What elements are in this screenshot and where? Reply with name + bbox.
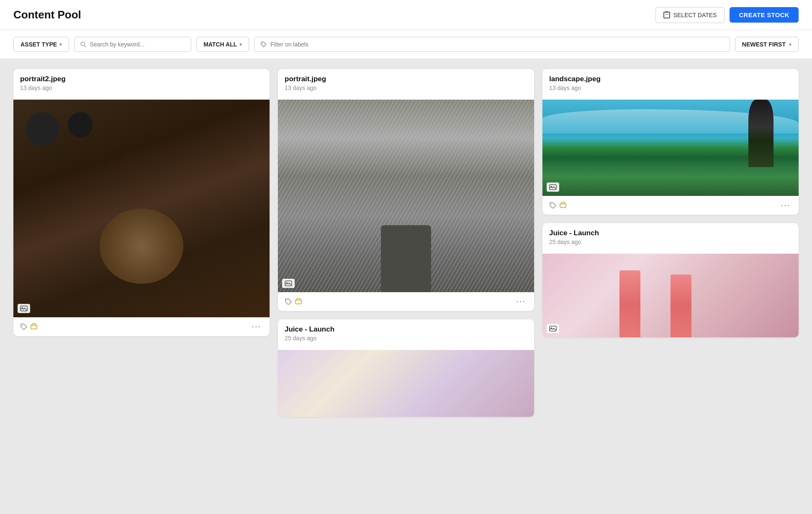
- more-options-button-portrait[interactable]: ···: [514, 296, 527, 306]
- card-juice-launch: Juice - Launch 25 days ago: [542, 223, 799, 337]
- label-icon: [295, 298, 302, 305]
- chevron-down-icon-match: ▾: [239, 42, 242, 47]
- match-all-label: MATCH ALL: [203, 41, 237, 48]
- card-image-juice2[interactable]: [278, 350, 534, 417]
- card-date-landscape: 13 days ago: [549, 85, 792, 91]
- image-icon: [20, 306, 28, 311]
- card-image-landscape[interactable]: [542, 100, 799, 196]
- label-icon: [30, 323, 38, 330]
- card-date-juice: 25 days ago: [549, 239, 792, 245]
- label-icon: [559, 202, 567, 208]
- asset-type-filter[interactable]: ASSET TYPE ▾: [13, 37, 69, 52]
- card-portrait2: portrait2.jpeg 13 days ago: [13, 69, 270, 336]
- card-title-juice2: Juice - Launch: [285, 325, 527, 334]
- image-type-badge-landscape: [547, 182, 559, 192]
- image-icon: [549, 184, 557, 190]
- card-date-juice2: 25 days ago: [285, 335, 527, 342]
- card-footer: ···: [13, 317, 270, 336]
- card-title-landscape: landscape.jpeg: [549, 75, 792, 83]
- image-type-badge-juice: [547, 324, 559, 333]
- create-stock-button[interactable]: CREATE STOCK: [730, 7, 799, 23]
- card-tags: [20, 323, 38, 330]
- select-dates-label: SELECT DATES: [673, 12, 717, 18]
- card-info-juice2: Juice - Launch 25 days ago: [278, 319, 534, 350]
- header-actions: SELECT DATES CREATE STOCK: [655, 7, 799, 23]
- card-tags-landscape: [549, 202, 567, 208]
- column-2: portrait.jpeg 13 days ago: [278, 69, 534, 417]
- card-info-juice: Juice - Launch 25 days ago: [542, 223, 799, 254]
- card-footer-portrait: ···: [278, 292, 534, 311]
- sort-button[interactable]: NEWEST FIRST ▾: [735, 37, 799, 52]
- svg-point-8: [287, 300, 288, 301]
- tag-icon: [549, 202, 557, 208]
- card-juice-launch-2: Juice - Launch 25 days ago: [278, 319, 534, 417]
- tag-icon: [285, 298, 292, 305]
- svg-point-11: [551, 203, 552, 204]
- svg-point-2: [262, 43, 263, 44]
- filter-bar: ASSET TYPE ▾ MATCH ALL ▾ NEWEST FIRST ▾: [0, 30, 812, 59]
- card-image-portrait[interactable]: [278, 100, 534, 292]
- chevron-down-icon: ▾: [59, 42, 62, 47]
- sort-label: NEWEST FIRST: [742, 41, 786, 48]
- page-title: Content Pool: [13, 8, 81, 21]
- more-options-button-landscape[interactable]: ···: [779, 200, 792, 210]
- card-info-portrait: portrait.jpeg 13 days ago: [278, 69, 534, 100]
- label-filter-box: [254, 37, 730, 52]
- content-area: portrait2.jpeg 13 days ago: [0, 59, 812, 427]
- card-title-portrait: portrait.jpeg: [285, 75, 527, 83]
- card-image-juice[interactable]: [542, 254, 799, 337]
- card-image-portrait2[interactable]: [13, 100, 270, 317]
- asset-type-label: ASSET TYPE: [21, 41, 57, 48]
- image-type-badge: [18, 304, 30, 313]
- column-3: landscape.jpeg 13 days ago: [542, 69, 799, 337]
- card-info-landscape: landscape.jpeg 13 days ago: [542, 69, 799, 100]
- masonry-grid: portrait2.jpeg 13 days ago: [13, 69, 799, 417]
- svg-line-1: [85, 45, 86, 46]
- calendar-icon: [663, 12, 670, 18]
- tag-icon: [260, 41, 267, 48]
- more-options-button[interactable]: ···: [250, 321, 263, 331]
- chevron-down-icon-sort: ▾: [789, 42, 791, 47]
- tag-icon: [20, 323, 28, 330]
- card-info: portrait2.jpeg 13 days ago: [13, 69, 270, 100]
- image-icon: [285, 280, 292, 286]
- card-title-juice: Juice - Launch: [549, 229, 792, 237]
- image-icon: [549, 326, 557, 332]
- card-portrait: portrait.jpeg 13 days ago: [278, 69, 534, 311]
- match-all-filter[interactable]: MATCH ALL ▾: [196, 37, 249, 52]
- select-dates-button[interactable]: SELECT DATES: [655, 7, 725, 23]
- image-type-badge-portrait: [282, 279, 295, 288]
- card-tags-portrait: [285, 298, 302, 305]
- card-landscape: landscape.jpeg 13 days ago: [542, 69, 799, 215]
- card-title: portrait2.jpeg: [20, 75, 263, 83]
- search-input[interactable]: [90, 41, 185, 48]
- card-date-portrait: 13 days ago: [285, 85, 527, 91]
- svg-point-5: [22, 325, 23, 326]
- column-1: portrait2.jpeg 13 days ago: [13, 69, 270, 336]
- label-filter-input[interactable]: [270, 41, 724, 48]
- search-icon: [80, 41, 87, 48]
- card-footer-landscape: ···: [542, 196, 799, 215]
- app-header: Content Pool SELECT DATES CREATE STOCK: [0, 0, 812, 30]
- card-date: 13 days ago: [20, 85, 263, 91]
- search-box: [74, 37, 191, 52]
